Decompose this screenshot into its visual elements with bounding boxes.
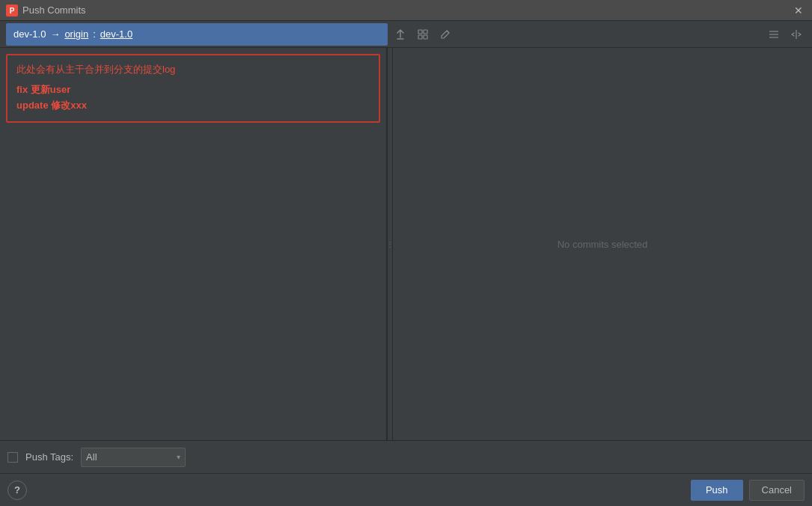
- dropdown-arrow-icon: ▾: [177, 453, 180, 461]
- commit-item-2[interactable]: update 修改xxx: [16, 98, 370, 114]
- toolbar-right: [764, 25, 806, 44]
- list-toolbar-btn[interactable]: [764, 25, 784, 44]
- push-tags-label: Push Tags:: [25, 451, 73, 463]
- help-button[interactable]: ?: [7, 481, 27, 500]
- remote-branch[interactable]: dev-1.0: [100, 28, 132, 40]
- warning-text: 此处会有从主干合并到分支的提交log: [16, 63, 370, 76]
- edit-toolbar-btn[interactable]: [436, 25, 455, 44]
- commit-item-1[interactable]: fix 更新user: [16, 82, 370, 98]
- branch-separator: :: [93, 28, 96, 40]
- branch-arrow: →: [50, 28, 60, 40]
- push-tags-dropdown[interactable]: All ▾: [81, 448, 186, 467]
- action-bar: ? Push Cancel: [0, 473, 812, 506]
- push-button[interactable]: Push: [691, 480, 743, 501]
- bottom-bar: Push Tags: All ▾: [0, 440, 812, 473]
- close-button[interactable]: ✕: [791, 3, 806, 18]
- dropdown-value: All: [86, 451, 97, 463]
- svg-rect-4: [424, 30, 427, 34]
- panel-divider[interactable]: ⋮: [387, 48, 393, 440]
- push-toolbar-btn[interactable]: [391, 25, 410, 44]
- main-content: 此处会有从主干合并到分支的提交log fix 更新user update 修改x…: [0, 48, 812, 440]
- cancel-button[interactable]: Cancel: [749, 480, 805, 501]
- svg-rect-5: [418, 35, 422, 39]
- left-panel: 此处会有从主干合并到分支的提交log fix 更新user update 修改x…: [0, 48, 387, 440]
- no-commits-text: No commits selected: [558, 239, 648, 250]
- commit-warning-box: 此处会有从主干合并到分支的提交log fix 更新user update 修改x…: [6, 54, 380, 123]
- title-bar-left: P Push Commits: [6, 4, 86, 16]
- title-bar: P Push Commits ✕: [0, 0, 812, 21]
- right-panel: No commits selected: [393, 48, 812, 440]
- push-tags-checkbox[interactable]: [7, 452, 18, 463]
- split-toolbar-btn[interactable]: [787, 25, 806, 44]
- local-branch: dev-1.0: [13, 28, 46, 40]
- svg-rect-3: [418, 30, 422, 34]
- action-buttons: Push Cancel: [691, 480, 805, 501]
- grid-toolbar-btn[interactable]: [413, 25, 433, 44]
- toolbar-left: dev-1.0 → origin : dev-1.0: [6, 23, 455, 46]
- app-icon: P: [6, 4, 18, 16]
- window-title: Push Commits: [22, 4, 86, 16]
- toolbar: dev-1.0 → origin : dev-1.0: [0, 21, 812, 48]
- svg-rect-6: [424, 35, 427, 39]
- svg-line-7: [447, 31, 449, 33]
- branch-selector[interactable]: dev-1.0 → origin : dev-1.0: [6, 23, 388, 46]
- svg-text:P: P: [10, 7, 15, 15]
- remote-name[interactable]: origin: [64, 28, 88, 40]
